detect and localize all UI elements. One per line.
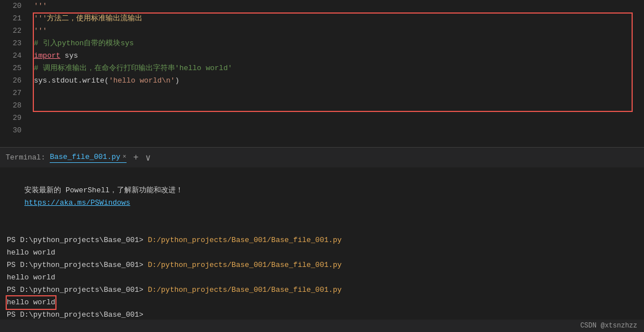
terminal-session1-cmd: PS D:\python_projects\Base_001> D:/pytho…	[7, 234, 637, 247]
terminal-body: 安装最新的 PowerShell，了解新功能和改进！ https://aka.m…	[0, 167, 644, 320]
editor-area: 20 21 22 23 24 25 26 27 28 29 30 ''' '''…	[0, 0, 644, 147]
terminal-final-prompt: PS D:\python_projects\Base_001>	[7, 309, 637, 320]
code-line-23: '''	[34, 25, 638, 37]
terminal-tab[interactable]: Base_file_001.py ×	[50, 153, 126, 163]
bottom-bar: CSDN @xtsnzhzz	[0, 320, 644, 332]
terminal-chevron[interactable]: ∨	[145, 152, 151, 163]
watermark: CSDN @xtsnzhzz	[580, 322, 637, 330]
terminal-install-msg: 安装最新的 PowerShell，了解新功能和改进！ https://aka.m…	[7, 172, 637, 222]
code-line-27: # 调用标准输出，在命令行打印输出字符串'hello world'	[34, 62, 638, 75]
terminal-install-link[interactable]: https://aka.ms/PSWindows	[24, 199, 130, 207]
terminal-tab-close[interactable]: ×	[123, 153, 127, 160]
hello-world-highlighted: hello world	[7, 296, 55, 309]
code-content: ''' '''方法二，使用标准输出流输出 ''' # 引入python自带的模块…	[28, 0, 644, 147]
terminal-session2-cmd: PS D:\python_projects\Base_001> D:/pytho…	[7, 259, 637, 271]
terminal-blank1	[7, 222, 637, 234]
terminal-tab-name: Base_file_001.py	[50, 153, 120, 161]
terminal-session3-cmd: PS D:\python_projects\Base_001> D:/pytho…	[7, 284, 637, 296]
terminal-session1-output: hello world	[7, 247, 637, 259]
line-numbers: 20 21 22 23 24 25 26 27 28 29 30	[0, 0, 28, 147]
terminal-add-btn[interactable]: +	[133, 153, 139, 163]
code-line-22: '''方法二，使用标准输出流输出	[34, 12, 638, 25]
code-line-24: # 引入python自带的模块sys	[34, 37, 638, 50]
terminal-session2-output: hello world	[7, 271, 637, 284]
terminal-session3-output: hello world	[7, 296, 637, 309]
terminal-header: Terminal: Base_file_001.py × + ∨	[0, 147, 644, 167]
code-line-25: import sys	[34, 50, 638, 62]
terminal-label: Terminal:	[6, 153, 45, 162]
code-line-20: '''	[34, 0, 638, 12]
code-line-28: sys.stdout.write('hello world\n')	[34, 75, 638, 87]
